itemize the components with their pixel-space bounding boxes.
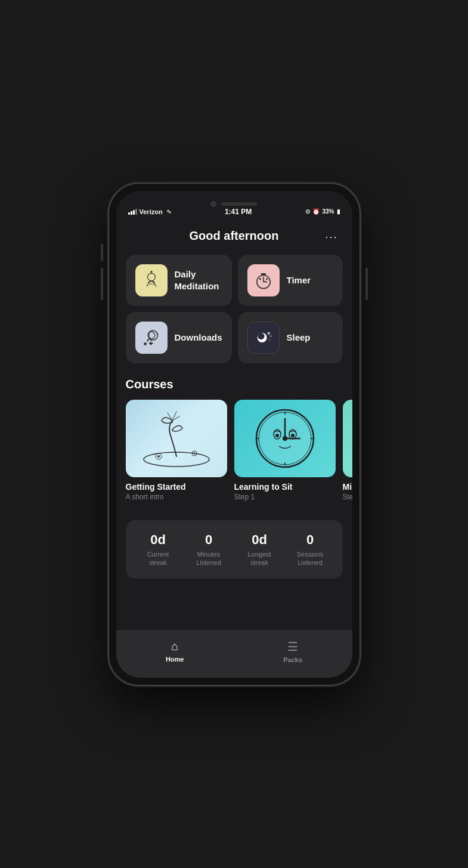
signal-bar-2	[131, 211, 132, 215]
timer-label: Timer	[287, 274, 311, 286]
alarm-icon: ⊙	[305, 208, 310, 215]
course-subtitle-1: A short intro	[126, 493, 227, 501]
signal-icon	[128, 209, 137, 215]
course-card-getting-started[interactable]: Getting Started A short intro	[126, 400, 227, 501]
course-thumbnail-3	[343, 400, 352, 477]
battery-percent: 33%	[322, 208, 334, 215]
stat-minutes-listened: 0 Minutes Listened	[186, 532, 232, 567]
courses-list: Getting Started A short intro	[116, 400, 352, 506]
front-camera	[211, 201, 217, 207]
phone-frame: Verizon ∿ 1:41 PM ⊙ ⏰ 33% ▮ Good afterno…	[109, 184, 359, 685]
timer-icon	[247, 264, 280, 296]
course-title-3: Mindful	[343, 482, 352, 492]
downloads-icon	[135, 322, 168, 354]
home-icon: ⌂	[171, 640, 178, 653]
battery-icon: ▮	[337, 208, 340, 215]
stat-sessions-listened: 0 Sessions Listened	[287, 532, 333, 567]
downloads-button[interactable]: Downloads	[126, 312, 232, 363]
timer-button[interactable]: Timer	[238, 255, 343, 306]
sleep-icon	[247, 322, 280, 354]
svg-point-13	[267, 332, 270, 335]
nav-packs[interactable]: ☰ Packs	[271, 637, 314, 666]
course-subtitle-2: Step 1	[234, 493, 336, 501]
volume-down-button	[101, 267, 103, 300]
course-title-1: Getting Started	[126, 482, 227, 492]
svg-point-31	[275, 434, 279, 437]
downloads-label: Downloads	[175, 332, 222, 344]
ring-icon: ⏰	[312, 208, 320, 215]
signal-bar-1	[128, 212, 130, 215]
nav-home[interactable]: ⌂ Home	[154, 637, 196, 665]
minutes-listened-label: Minutes Listened	[196, 550, 221, 567]
course-thumbnail-1	[126, 400, 227, 477]
svg-point-7	[266, 278, 268, 280]
side-buttons-left	[101, 243, 103, 300]
nav-home-label: Home	[166, 656, 184, 663]
svg-point-6	[259, 278, 261, 280]
courses-section-title: Courses	[126, 378, 343, 391]
more-options-button[interactable]: ···	[320, 226, 342, 248]
stat-current-streak: 0d Current streak	[135, 532, 181, 567]
svg-point-28	[283, 436, 287, 441]
svg-point-32	[291, 434, 295, 437]
svg-point-1	[150, 271, 152, 273]
course-thumbnail-2	[234, 400, 336, 477]
minutes-listened-value: 0	[205, 532, 212, 548]
signal-bar-3	[133, 210, 135, 215]
course-title-2: Learning to Sit	[234, 482, 336, 492]
quick-actions-grid: Daily Meditation	[126, 255, 343, 363]
sessions-listened-label: Sessions Listened	[297, 550, 324, 567]
page-title: Good afternoon	[190, 229, 279, 243]
svg-rect-3	[261, 273, 266, 276]
stats-card: 0d Current streak 0 Minutes Listened 0d	[126, 520, 343, 579]
course-subtitle-3: Step 2	[343, 493, 352, 501]
current-streak-label: Current streak	[147, 550, 169, 567]
daily-meditation-icon	[135, 264, 168, 296]
phone-top-hardware	[163, 198, 305, 210]
status-right: ⊙ ⏰ 33% ▮	[305, 208, 340, 215]
volume-up-button	[101, 243, 103, 261]
daily-meditation-label: Daily Meditation	[175, 268, 219, 292]
signal-bar-4	[135, 209, 137, 215]
app-header: Good afternoon ···	[126, 220, 343, 255]
longest-streak-value: 0d	[252, 532, 267, 548]
daily-meditation-button[interactable]: Daily Meditation	[126, 255, 232, 306]
packs-icon: ☰	[287, 640, 298, 654]
sleep-button[interactable]: Sleep	[238, 312, 343, 363]
stat-longest-streak: 0d Longest streak	[237, 532, 283, 567]
app-content: Good afternoon ···	[116, 220, 352, 678]
nav-packs-label: Packs	[283, 656, 302, 663]
svg-point-15	[269, 339, 270, 340]
course-card-mindful[interactable]: Mindful Step 2	[343, 400, 352, 501]
power-button	[365, 267, 368, 300]
svg-point-14	[269, 335, 271, 337]
earpiece-speaker	[222, 202, 258, 206]
svg-point-12	[258, 333, 264, 339]
svg-point-10	[144, 342, 147, 345]
svg-point-0	[147, 273, 155, 281]
svg-point-20	[193, 452, 195, 454]
svg-point-18	[157, 455, 160, 458]
bottom-navigation: ⌂ Home ☰ Packs	[116, 631, 352, 678]
sleep-label: Sleep	[287, 332, 311, 344]
longest-streak-label: Longest streak	[247, 550, 271, 567]
sessions-listened-value: 0	[306, 532, 314, 548]
carrier-name: Verizon	[140, 208, 163, 215]
course-card-learning-to-sit[interactable]: Learning to Sit Step 1	[234, 400, 336, 501]
phone-screen: Verizon ∿ 1:41 PM ⊙ ⏰ 33% ▮ Good afterno…	[116, 191, 352, 678]
side-button-right	[365, 267, 368, 300]
current-streak-value: 0d	[150, 532, 166, 548]
